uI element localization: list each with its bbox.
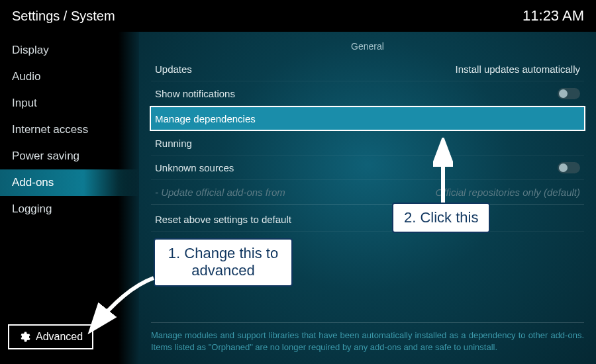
breadcrumb: Settings / System: [12, 9, 115, 24]
setting-label: Running: [155, 138, 192, 149]
sidebar-item-input[interactable]: Input: [0, 90, 139, 116]
setting-label: - Update official add-ons from: [155, 187, 285, 198]
setting-manage-dependencies[interactable]: Manage dependencies: [150, 106, 585, 131]
setting-label: Unknown sources: [155, 162, 234, 173]
setting-label: Show notifications: [155, 88, 235, 99]
section-label: General: [151, 32, 584, 57]
setting-show-notifications[interactable]: Show notifications: [151, 81, 584, 106]
gear-icon: [19, 331, 30, 343]
setting-reset-defaults[interactable]: Reset above settings to default: [151, 207, 584, 232]
sidebar-item-audio[interactable]: Audio: [0, 64, 139, 90]
main-panel: General Updates Install updates automati…: [139, 32, 596, 364]
setting-label: Reset above settings to default: [155, 214, 291, 225]
sidebar-items: Display Audio Input Internet access Powe…: [0, 32, 139, 364]
settings-level-button[interactable]: Advanced: [8, 324, 93, 349]
header: Settings / System 11:23 AM: [0, 0, 596, 32]
help-text: Manage modules and support libraries tha…: [151, 322, 584, 353]
sidebar-item-add-ons[interactable]: Add-ons: [0, 169, 139, 196]
setting-unknown-sources[interactable]: Unknown sources: [151, 156, 584, 180]
setting-value: Official repositories only (default): [436, 187, 580, 198]
sidebar: Display Audio Input Internet access Powe…: [0, 32, 139, 364]
setting-label: Manage dependencies: [155, 113, 256, 124]
toggle-off-icon[interactable]: [558, 162, 580, 173]
sidebar-item-logging[interactable]: Logging: [0, 196, 139, 222]
sidebar-item-internet-access[interactable]: Internet access: [0, 116, 139, 143]
setting-running[interactable]: Running: [151, 131, 584, 156]
toggle-off-icon[interactable]: [558, 88, 580, 99]
clock: 11:23 AM: [522, 7, 584, 24]
setting-label: Updates: [155, 64, 192, 75]
setting-value: Install updates automatically: [456, 64, 580, 75]
sidebar-item-display[interactable]: Display: [0, 37, 139, 64]
setting-update-official-from: - Update official add-ons from Official …: [151, 180, 584, 205]
sidebar-item-power-saving[interactable]: Power saving: [0, 143, 139, 169]
setting-updates[interactable]: Updates Install updates automatically: [151, 57, 584, 81]
settings-level-label: Advanced: [36, 331, 83, 343]
